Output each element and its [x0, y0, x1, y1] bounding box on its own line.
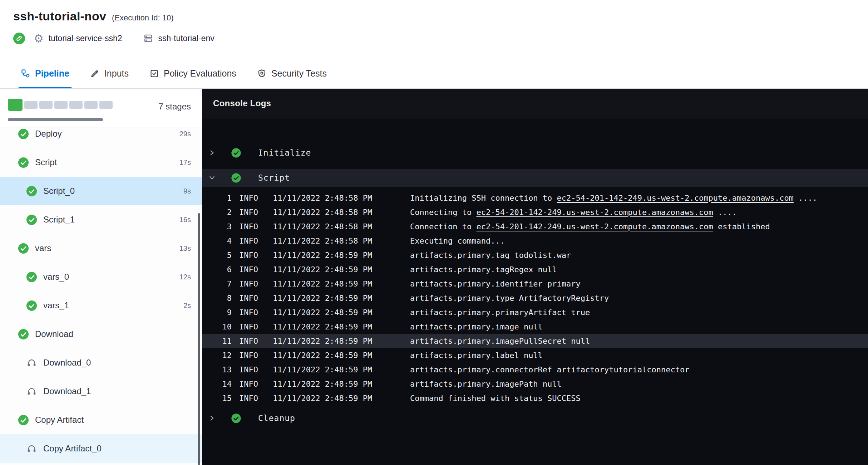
log-timestamp: 11/11/2022 2:48:59 PM — [273, 337, 372, 346]
stage-duration: 13s — [179, 244, 191, 253]
log-message: artifacts.primary.connectorRef artifacto… — [410, 365, 689, 374]
stage-item-vars-0[interactable]: vars_012s — [0, 263, 202, 291]
stage-list: Deploy29sScript17sScript_09sScript_116sv… — [0, 119, 202, 463]
stage-progress-segment[interactable] — [39, 101, 53, 109]
success-check-icon — [231, 413, 242, 424]
log-section-initialize[interactable]: Initialize — [202, 144, 868, 162]
log-row: 1INFO11/11/2022 2:48:58 PMInitializing S… — [202, 191, 868, 205]
stage-label: vars — [35, 243, 51, 253]
tab-security-tests[interactable]: Security Tests — [255, 60, 329, 88]
horizontal-scrollbar[interactable] — [8, 118, 103, 121]
log-level: INFO — [239, 279, 258, 288]
stage-item-vars[interactable]: vars13s — [0, 234, 202, 263]
stage-item-script-0[interactable]: Script_09s — [0, 177, 202, 205]
stage-progress-segment[interactable] — [99, 101, 113, 109]
stage-duration: 12s — [179, 273, 191, 281]
log-timestamp: 11/11/2022 2:48:59 PM — [273, 380, 372, 388]
log-row: 9INFO11/11/2022 2:48:59 PMartifacts.prim… — [202, 305, 868, 319]
vertical-scrollbar[interactable] — [198, 213, 200, 465]
success-check-icon — [231, 147, 242, 158]
log-line-number: 2 — [207, 208, 232, 217]
log-line-number: 6 — [207, 265, 232, 274]
stage-label: Download — [35, 329, 73, 339]
gear-icon: ⚙ — [34, 33, 44, 44]
stage-label: vars_0 — [43, 272, 69, 282]
log-text: Connecting to — [410, 208, 476, 217]
success-check-icon — [26, 271, 37, 283]
log-text: established — [713, 222, 770, 231]
success-check-icon — [231, 172, 242, 183]
stage-progress-segment[interactable] — [8, 99, 23, 111]
log-row: 2INFO11/11/2022 2:48:58 PMConnecting to … — [202, 205, 868, 219]
stage-item-download[interactable]: Download — [0, 320, 202, 348]
title-row: ssh-tutorial-nov (Execution Id: 10) — [13, 9, 868, 23]
policy-evaluations-icon — [149, 69, 159, 78]
stage-label: Download_0 — [43, 358, 91, 368]
stage-label: Deploy — [35, 129, 62, 139]
stage-duration: 17s — [179, 158, 191, 167]
service-name[interactable]: tutorial-service-ssh2 — [49, 34, 122, 43]
stage-item-download-1[interactable]: Download_1 — [0, 377, 202, 406]
log-level: INFO — [239, 194, 258, 202]
tab-pipeline[interactable]: Pipeline — [19, 60, 71, 88]
log-level: INFO — [239, 394, 258, 403]
pipeline-icon — [21, 69, 30, 78]
log-level: INFO — [239, 380, 258, 388]
stage-item-vars-1[interactable]: vars_12s — [0, 291, 202, 320]
stage-duration: 29s — [179, 130, 191, 138]
log-text: artifacts.primary.image null — [410, 322, 543, 331]
chevron-down-icon — [208, 175, 216, 181]
stage-label: Copy Artifact_0 — [43, 444, 102, 454]
log-level: INFO — [239, 251, 258, 260]
log-line-number: 10 — [207, 322, 232, 331]
stage-item-copy-artifact[interactable]: Copy Artifact — [0, 406, 202, 434]
log-level: INFO — [239, 322, 258, 331]
hostname-link[interactable]: ec2-54-201-142-249.us-west-2.compute.ama… — [476, 222, 713, 231]
log-timestamp: 11/11/2022 2:48:59 PM — [273, 279, 372, 288]
meta-row: ⚙ tutorial-service-ssh2 ssh-tutorial-env — [13, 33, 868, 44]
log-level: INFO — [239, 337, 258, 346]
hostname-link[interactable]: ec2-54-201-142-249.us-west-2.compute.ama… — [476, 208, 713, 217]
log-row: 8INFO11/11/2022 2:48:59 PMartifacts.prim… — [202, 291, 868, 305]
log-message: artifacts.primary.primaryArtifact true — [410, 308, 590, 317]
log-message: Connection to ec2-54-201-142-249.us-west… — [410, 222, 770, 231]
tab-inputs[interactable]: Inputs — [88, 60, 131, 88]
stage-progress-segment[interactable] — [24, 101, 38, 109]
success-check-icon — [18, 128, 29, 140]
success-check-icon — [26, 186, 37, 197]
command-step-icon — [26, 386, 37, 397]
section-label: Script — [258, 173, 290, 182]
chevron-right-icon — [208, 415, 216, 421]
console-header: Console Logs — [202, 89, 868, 118]
page-title: ssh-tutorial-nov — [13, 9, 106, 23]
stage-progress-header: 7 stages — [0, 89, 202, 127]
stage-progress-segment[interactable] — [54, 101, 68, 109]
log-row: 11INFO11/11/2022 2:48:59 PMartifacts.pri… — [202, 334, 868, 348]
log-text: artifacts.primary.identifier primary — [410, 279, 581, 288]
log-message: artifacts.primary.tag todolist.war — [410, 251, 571, 260]
stage-progress-segment[interactable] — [84, 101, 98, 109]
environment-name[interactable]: ssh-tutorial-env — [158, 34, 214, 43]
hostname-link[interactable]: ec2-54-201-142-249.us-west-2.compute.ama… — [557, 194, 794, 202]
log-text: artifacts.primary.primaryArtifact true — [410, 308, 590, 317]
stage-item-script[interactable]: Script17s — [0, 148, 202, 177]
log-message: artifacts.primary.imagePath null — [410, 380, 562, 388]
log-level: INFO — [239, 365, 258, 374]
log-line-number: 11 — [207, 337, 232, 346]
stage-progress-segment[interactable] — [69, 101, 83, 109]
log-timestamp: 11/11/2022 2:48:59 PM — [273, 351, 372, 360]
log-text: Command finished with status SUCCESS — [410, 394, 581, 403]
section-label: Cleanup — [258, 413, 295, 423]
stage-duration: 16s — [179, 216, 191, 224]
success-check-icon — [18, 415, 29, 426]
log-section-script[interactable]: Script — [202, 169, 868, 187]
tab-policy-evaluations[interactable]: Policy Evaluations — [147, 60, 238, 88]
stage-item-copy-artifact-0[interactable]: Copy Artifact_0 — [0, 434, 202, 463]
stage-item-download-0[interactable]: Download_0 — [0, 348, 202, 377]
console-panel: Console Logs Initialize — [202, 89, 868, 465]
stage-item-script-1[interactable]: Script_116s — [0, 205, 202, 234]
log-section-cleanup[interactable]: Cleanup — [202, 409, 868, 427]
log-message: artifacts.primary.label null — [410, 351, 543, 360]
log-text: Initializing SSH connection to — [410, 194, 557, 202]
stage-label: Script_1 — [43, 215, 75, 225]
